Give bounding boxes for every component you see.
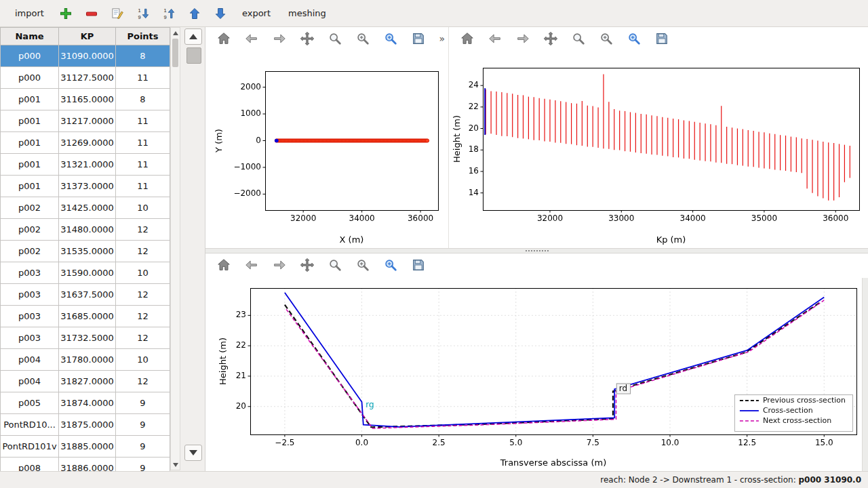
cell-name: p001 (1, 132, 59, 154)
cell-points: 11 (116, 154, 170, 176)
zoom-button[interactable] (569, 30, 588, 49)
table-row[interactable]: p00031127.500011 (1, 67, 170, 89)
table-row[interactable]: p00531874.00009 (1, 392, 170, 414)
next-section-button[interactable] (184, 445, 202, 461)
cell-points: 11 (116, 176, 170, 197)
cell-kp: 31480.0000 (59, 219, 116, 241)
cell-kp: 31373.0000 (59, 176, 116, 197)
zoom-in-button[interactable] (353, 256, 372, 275)
back-button[interactable] (486, 30, 505, 49)
table-row[interactable]: p00231425.000010 (1, 197, 170, 219)
table-row[interactable]: PontRD10...31875.00009 (1, 414, 170, 436)
cell-points: 9 (116, 392, 170, 414)
svg-text:1: 1 (163, 7, 166, 14)
longitudinal-profile-plot[interactable] (449, 52, 868, 248)
table-scrollbar[interactable] (170, 27, 180, 470)
back-button[interactable] (242, 30, 261, 49)
table-row[interactable]: p00131373.000011 (1, 176, 170, 197)
table-body: p00031090.00008p00031127.500011p00131165… (1, 45, 170, 488)
cell-points: 8 (116, 89, 170, 110)
plan-view-pane: » (205, 27, 448, 248)
forward-button[interactable] (270, 30, 289, 49)
home-button[interactable] (214, 256, 233, 275)
horizontal-splitter[interactable] (205, 248, 868, 253)
previous-section-button[interactable] (184, 28, 202, 45)
move-down-icon (214, 7, 227, 20)
table-row[interactable]: p00131321.000011 (1, 154, 170, 176)
zoom-button[interactable] (326, 30, 344, 49)
edit-section-button[interactable] (108, 4, 127, 23)
section-scrollbar-thumb[interactable] (186, 47, 201, 64)
save-button[interactable] (409, 30, 428, 49)
table-row[interactable]: p00431780.000010 (1, 349, 170, 371)
table-scroll-down-button[interactable] (171, 460, 180, 469)
cell-name: p002 (1, 241, 59, 262)
cell-kp: 31127.5000 (59, 67, 116, 89)
table-row[interactable]: p00231535.000012 (1, 241, 170, 262)
table-row[interactable]: p00131217.000011 (1, 110, 170, 132)
table-scrollbar-thumb[interactable] (172, 39, 178, 67)
table-row[interactable]: p00331685.000012 (1, 306, 170, 327)
table-scroll-up-button[interactable] (171, 28, 180, 37)
sort-descending-button[interactable]: 19 (134, 4, 153, 23)
table-row[interactable]: p00331590.000010 (1, 262, 170, 284)
cross-section-list-panel: Name KP Points p00031090.00008p00031127.… (0, 27, 205, 471)
pan-button[interactable] (298, 30, 317, 49)
section-navigator-scrollbar[interactable] (184, 28, 203, 469)
export-button[interactable]: export (237, 8, 276, 18)
table-row[interactable]: p00131269.000011 (1, 132, 170, 154)
table-row[interactable]: p00331637.500012 (1, 284, 170, 306)
table-row[interactable]: PontRD101v31885.00009 (1, 436, 170, 458)
zoom-icon (328, 31, 342, 48)
column-header-name[interactable]: Name (1, 28, 59, 45)
column-header-points[interactable]: Points (116, 28, 170, 45)
sort-ascending-icon: 19 (162, 7, 176, 20)
column-header-kp[interactable]: KP (59, 28, 116, 45)
cell-points: 12 (116, 284, 170, 306)
zoom-button[interactable] (326, 256, 344, 275)
profile-toolbar (449, 27, 868, 52)
table-row[interactable]: p00231480.000012 (1, 219, 170, 241)
cell-name: p001 (1, 154, 59, 176)
pan-button[interactable] (541, 30, 560, 49)
cell-name: p002 (1, 219, 59, 241)
table-row[interactable]: p00431827.000012 (1, 371, 170, 392)
forward-button[interactable] (270, 256, 289, 275)
toolbar-overflow-button[interactable]: » (439, 33, 445, 44)
save-icon (654, 31, 669, 48)
zoom-in-icon (355, 258, 370, 274)
pan-button[interactable] (298, 256, 317, 275)
save-button[interactable] (409, 256, 428, 275)
remove-section-button[interactable] (82, 4, 101, 23)
import-button[interactable]: import (9, 8, 50, 18)
back-button[interactable] (242, 256, 261, 275)
cross-section-plot[interactable] (205, 278, 862, 471)
pan-icon (543, 31, 558, 48)
home-button[interactable] (458, 30, 477, 49)
add-icon (59, 7, 73, 20)
cell-name: p003 (1, 262, 59, 284)
status-text: reach: Node 2 -> Downstream 1 - cross-se… (600, 475, 798, 485)
profile-pane (448, 27, 868, 248)
save-button[interactable] (652, 30, 671, 49)
zoom-rect-button[interactable] (381, 30, 400, 49)
zoom-in-button[interactable] (353, 30, 372, 49)
add-section-button[interactable] (56, 4, 75, 23)
home-icon (216, 31, 231, 48)
zoom-rect-button[interactable] (381, 256, 400, 275)
table-row[interactable]: p00131165.00008 (1, 89, 170, 110)
forward-button[interactable] (513, 30, 532, 49)
home-button[interactable] (214, 30, 233, 49)
table-row[interactable]: p00031090.00008 (1, 45, 170, 67)
zoom-rect-button[interactable] (625, 30, 644, 49)
plan-view-plot[interactable] (205, 52, 448, 248)
zoom-in-button[interactable] (597, 30, 616, 49)
up-arrow-icon (189, 34, 197, 39)
move-down-button[interactable] (211, 4, 230, 23)
meshing-button[interactable]: meshing (283, 8, 332, 18)
cell-name: p001 (1, 176, 59, 197)
sort-ascending-button[interactable]: 19 (159, 4, 178, 23)
move-up-button[interactable] (185, 4, 204, 23)
table-row[interactable]: p00331732.500012 (1, 327, 170, 349)
cell-points: 11 (116, 67, 170, 89)
